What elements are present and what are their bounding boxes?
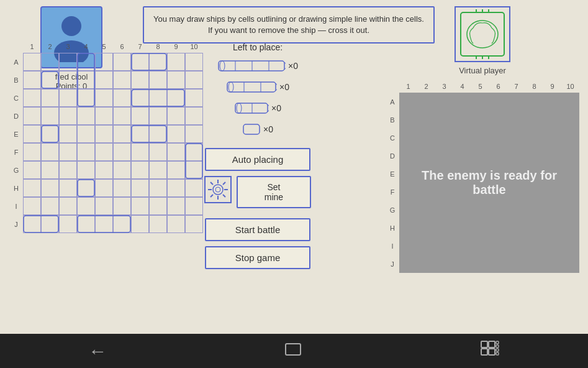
start-battle-button[interactable]: Start battle [205,218,310,241]
left-cell-E3[interactable] [59,125,77,143]
left-cell-I3[interactable] [59,197,77,215]
left-cell-D2[interactable] [41,107,59,125]
left-cell-I1[interactable] [23,197,41,215]
left-cell-D4[interactable] [77,107,95,125]
virtual-player-avatar [455,6,510,62]
left-cell-G9[interactable] [167,161,185,179]
left-cell-A8[interactable] [149,53,167,71]
left-cell-E8[interactable] [149,125,167,143]
left-cell-C6[interactable] [113,89,131,107]
auto-placing-button[interactable]: Auto placing [205,148,310,171]
left-cell-B2[interactable] [41,71,59,89]
left-cell-E2[interactable] [41,125,59,143]
home-svg [283,339,303,359]
left-cell-A5[interactable] [95,53,113,71]
left-cell-C2[interactable] [41,89,59,107]
left-cell-J6[interactable] [113,215,131,233]
left-cell-I4[interactable] [77,197,95,215]
left-cell-E5[interactable] [95,125,113,143]
left-cell-D7[interactable] [131,107,149,125]
left-cell-G3[interactable] [59,161,77,179]
left-cell-F3[interactable] [59,143,77,161]
left-cell-H1[interactable] [23,179,41,197]
left-cell-A6[interactable] [113,53,131,71]
set-mine-button[interactable]: Setmine [237,176,311,208]
left-cell-B9[interactable] [167,71,185,89]
left-cell-H9[interactable] [167,179,185,197]
left-cell-F2[interactable] [41,143,59,161]
apps-icon[interactable] [480,339,500,363]
left-cell-J1[interactable] [23,215,41,233]
left-cell-G8[interactable] [149,161,167,179]
left-cell-F5[interactable] [95,143,113,161]
left-cell-J8[interactable] [149,215,167,233]
left-cell-C8[interactable] [149,89,167,107]
left-cell-B4[interactable] [77,71,95,89]
left-cell-D3[interactable] [59,107,77,125]
left-cell-D5[interactable] [95,107,113,125]
left-cell-B8[interactable] [149,71,167,89]
left-cell-C7[interactable] [131,89,149,107]
left-cell-C1[interactable] [23,89,41,107]
left-cell-F7[interactable] [131,143,149,161]
left-cell-H6[interactable] [113,179,131,197]
left-cell-C9[interactable] [167,89,185,107]
left-cell-D1[interactable] [23,107,41,125]
left-cell-E4[interactable] [77,125,95,143]
left-cell-H5[interactable] [95,179,113,197]
left-cell-J2[interactable] [41,215,59,233]
left-cell-J3[interactable] [59,215,77,233]
left-cell-J7[interactable] [131,215,149,233]
left-cell-E9[interactable] [167,125,185,143]
left-cell-D8[interactable] [149,107,167,125]
left-cell-G6[interactable] [113,161,131,179]
left-cell-G4[interactable] [77,161,95,179]
left-cell-H4[interactable] [77,179,95,197]
left-cell-E7[interactable] [131,125,149,143]
left-cell-H3[interactable] [59,179,77,197]
left-cell-H8[interactable] [149,179,167,197]
left-cell-B7[interactable] [131,71,149,89]
left-cell-F9[interactable] [167,143,185,161]
left-cell-D6[interactable] [113,107,131,125]
left-cell-I7[interactable] [131,197,149,215]
left-cell-C5[interactable] [95,89,113,107]
left-cell-A9[interactable] [167,53,185,71]
left-cell-E1[interactable] [23,125,41,143]
left-cell-F4[interactable] [77,143,95,161]
left-cell-I6[interactable] [113,197,131,215]
home-icon[interactable] [283,339,303,363]
left-cell-B3[interactable] [59,71,77,89]
left-cell-J5[interactable] [95,215,113,233]
left-cell-D9[interactable] [167,107,185,125]
left-cell-C4[interactable] [77,89,95,107]
left-cell-F6[interactable] [113,143,131,161]
left-cell-I5[interactable] [95,197,113,215]
left-cell-E6[interactable] [113,125,131,143]
left-cell-H2[interactable] [41,179,59,197]
left-cell-J4[interactable] [77,215,95,233]
left-cell-A2[interactable] [41,53,59,71]
left-cell-G7[interactable] [131,161,149,179]
left-cell-F8[interactable] [149,143,167,161]
left-cell-A4[interactable] [77,53,95,71]
left-cell-G2[interactable] [41,161,59,179]
left-cell-A1[interactable] [23,53,41,71]
ship-row-2: ×0 [234,99,281,117]
left-cell-J9[interactable] [167,215,185,233]
left-cell-H7[interactable] [131,179,149,197]
back-icon[interactable]: ← [88,341,107,362]
left-cell-C3[interactable] [59,89,77,107]
left-cell-A7[interactable] [131,53,149,71]
left-cell-B5[interactable] [95,71,113,89]
stop-game-button[interactable]: Stop game [205,246,310,269]
left-cell-G5[interactable] [95,161,113,179]
left-cell-B6[interactable] [113,71,131,89]
left-cell-I8[interactable] [149,197,167,215]
left-cell-B1[interactable] [23,71,41,89]
left-cell-F1[interactable] [23,143,41,161]
left-cell-A3[interactable] [59,53,77,71]
left-cell-I9[interactable] [167,197,185,215]
left-cell-G1[interactable] [23,161,41,179]
left-cell-I2[interactable] [41,197,59,215]
